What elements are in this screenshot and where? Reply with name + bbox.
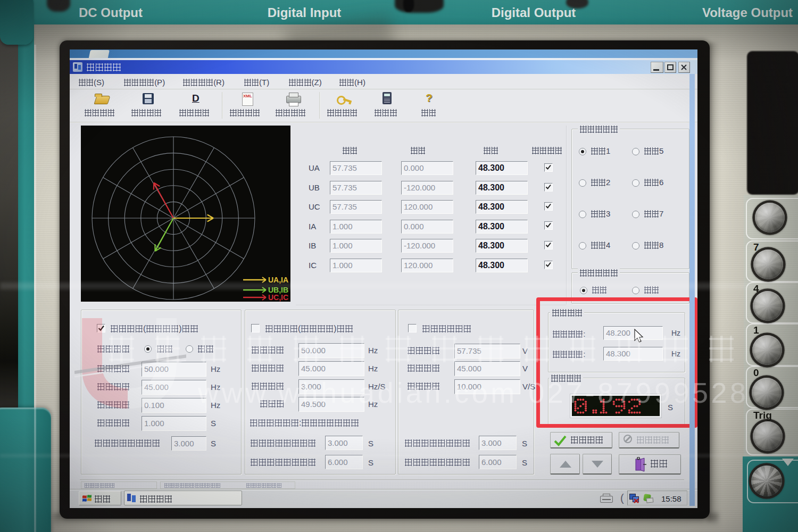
svg-text:UC,IC: UC,IC — [268, 293, 288, 302]
